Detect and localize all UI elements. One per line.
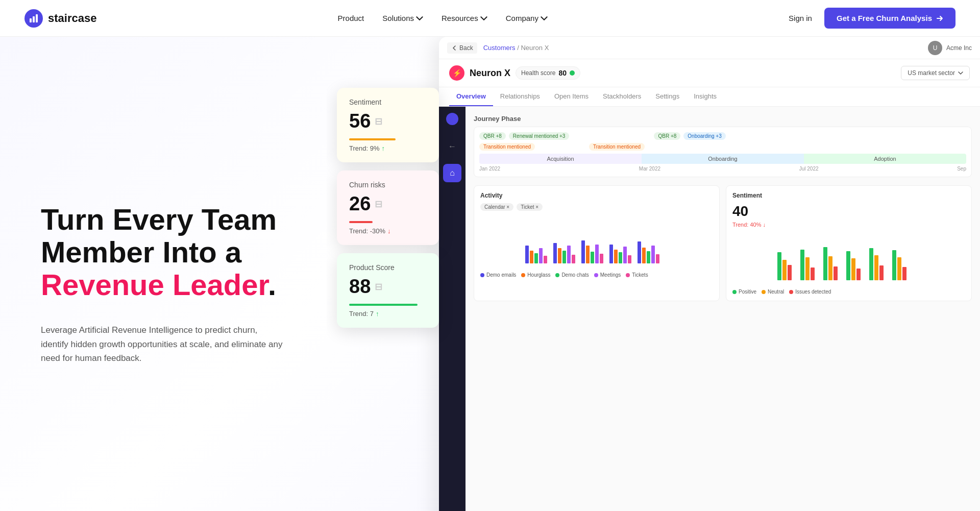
nav-right: Sign in Get a Free Churn Analysis xyxy=(789,8,955,29)
product-trend: Trend: 7 ↑ xyxy=(349,310,427,318)
hero-description: Leverage Artificial Revenue Intelligence… xyxy=(41,323,286,365)
company-name: Acme Inc xyxy=(946,44,972,52)
tab-insights[interactable]: Insights xyxy=(687,87,724,106)
legend-demo-chats: Demo chats xyxy=(555,272,589,278)
svg-rect-9 xyxy=(558,248,561,263)
legend-dot xyxy=(732,290,737,294)
chip-onboarding: Onboarding +3 xyxy=(683,132,725,140)
product-score-title: Product Score xyxy=(349,263,427,272)
logo-link[interactable]: staircase xyxy=(24,9,96,28)
chip-renewal: Renewal mentioned +3 xyxy=(509,132,570,140)
sentiment-card: Sentiment 56 ⊟ Trend: 9% ↑ xyxy=(337,88,439,162)
sentiment-bar xyxy=(349,138,396,140)
customer-icon: ⚡ xyxy=(449,65,464,81)
back-arrow-icon xyxy=(451,45,457,51)
chip-qbr1: QBR +8 xyxy=(479,132,506,140)
svg-rect-31 xyxy=(800,250,804,280)
tab-open-items[interactable]: Open Items xyxy=(547,87,596,106)
svg-rect-34 xyxy=(823,247,827,280)
svg-rect-14 xyxy=(586,246,590,263)
signin-button[interactable]: Sign in xyxy=(789,14,812,22)
svg-rect-43 xyxy=(892,250,896,280)
sidebar-logo xyxy=(446,113,458,125)
customer-name: Neuron X xyxy=(470,68,510,79)
journey-title: Journey Phase xyxy=(474,115,972,123)
legend-dot xyxy=(480,273,484,277)
legend-demo-emails: Demo emails xyxy=(480,272,516,278)
svg-rect-5 xyxy=(534,253,538,263)
hero-right: Sentiment 56 ⊟ Trend: 9% ↑ Churn risks 2… xyxy=(327,37,980,511)
svg-rect-26 xyxy=(651,246,655,263)
nav-solutions[interactable]: Solutions xyxy=(382,14,423,22)
dashboard-mockup: Back Customers / Neuron X U Acme Inc ⚡ N… xyxy=(439,37,980,511)
trend-down-icon: ↓ xyxy=(387,227,391,235)
sidebar-home-icon[interactable]: ⌂ xyxy=(443,164,461,182)
breadcrumb-customers[interactable]: Customers xyxy=(483,44,516,52)
svg-rect-32 xyxy=(805,257,810,280)
svg-rect-38 xyxy=(851,258,855,280)
svg-rect-3 xyxy=(525,246,529,263)
tab-overview[interactable]: Overview xyxy=(449,87,493,106)
sector-dropdown[interactable]: US market sector xyxy=(901,66,970,80)
svg-rect-10 xyxy=(562,251,566,263)
chip-transition1: Transition mentioned xyxy=(479,143,535,151)
brand-name: staircase xyxy=(48,12,96,25)
tab-relationships[interactable]: Relationships xyxy=(493,87,547,106)
svg-rect-37 xyxy=(846,251,850,280)
info-icon: ⊟ xyxy=(375,281,382,293)
product-score-card: Product Score 88 ⊟ Trend: 7 ↑ xyxy=(337,253,439,328)
activity-title: Activity xyxy=(480,192,713,199)
legend-meetings: Meetings xyxy=(594,272,621,278)
nav-resources[interactable]: Resources xyxy=(442,14,487,22)
filter-calendar[interactable]: Calendar × xyxy=(480,203,513,211)
tab-settings[interactable]: Settings xyxy=(648,87,687,106)
svg-rect-41 xyxy=(874,255,878,280)
legend-dot xyxy=(555,273,559,277)
svg-rect-30 xyxy=(788,265,792,280)
journey-section: Journey Phase QBR +8 Renewal mentioned +… xyxy=(474,115,972,177)
header-left: ⚡ Neuron X Health score 80 xyxy=(449,65,580,81)
phase-adoption: Adoption xyxy=(804,154,966,164)
sentiment-large-value: 40 xyxy=(732,203,965,220)
svg-rect-40 xyxy=(869,248,873,280)
churn-value: 26 ⊟ xyxy=(349,193,427,215)
sentiment-trend: Trend: 9% ↑ xyxy=(349,144,427,152)
chevron-down-icon xyxy=(480,15,487,22)
svg-rect-22 xyxy=(628,255,631,263)
sentiment-title: Sentiment xyxy=(349,98,427,106)
phase-onboarding: Onboarding xyxy=(642,154,804,164)
trend-up-icon: ↑ xyxy=(376,310,379,318)
hero-section: Turn Every Team Member Into a Revenue Le… xyxy=(0,37,980,511)
nav-company[interactable]: Company xyxy=(506,14,548,22)
filter-ticket[interactable]: Ticket × xyxy=(517,203,543,211)
svg-rect-1 xyxy=(33,16,35,22)
svg-rect-21 xyxy=(623,247,627,263)
sentiment-chart-title: Sentiment xyxy=(732,192,965,199)
svg-rect-33 xyxy=(811,267,815,280)
sidebar-back-icon[interactable]: ← xyxy=(443,137,461,156)
svg-rect-29 xyxy=(782,260,787,280)
back-button[interactable]: Back xyxy=(447,42,477,54)
logo-icon xyxy=(24,9,43,28)
svg-rect-24 xyxy=(642,248,646,263)
nav-product[interactable]: Product xyxy=(338,14,364,22)
svg-rect-17 xyxy=(600,254,603,263)
svg-rect-11 xyxy=(567,246,571,263)
svg-rect-2 xyxy=(36,14,38,22)
tab-stackholders[interactable]: Stackholders xyxy=(596,87,648,106)
floating-cards: Sentiment 56 ⊟ Trend: 9% ↑ Churn risks 2… xyxy=(337,88,439,328)
breadcrumb: Customers / Neuron X xyxy=(483,44,549,52)
info-icon: ⊟ xyxy=(375,116,382,127)
product-score-value: 88 ⊟ xyxy=(349,276,427,298)
svg-rect-23 xyxy=(638,241,641,263)
svg-rect-8 xyxy=(553,243,557,263)
bottom-charts: Activity Calendar × Ticket × xyxy=(474,185,972,301)
legend-issues: Issues detected xyxy=(789,289,831,295)
svg-rect-45 xyxy=(902,267,906,280)
product-bar xyxy=(349,304,418,306)
activity-bar-chart xyxy=(480,215,713,266)
cta-button[interactable]: Get a Free Churn Analysis xyxy=(824,8,955,29)
svg-rect-39 xyxy=(856,269,861,280)
legend-hourglass: Hourglass xyxy=(521,272,550,278)
svg-rect-25 xyxy=(647,251,650,263)
